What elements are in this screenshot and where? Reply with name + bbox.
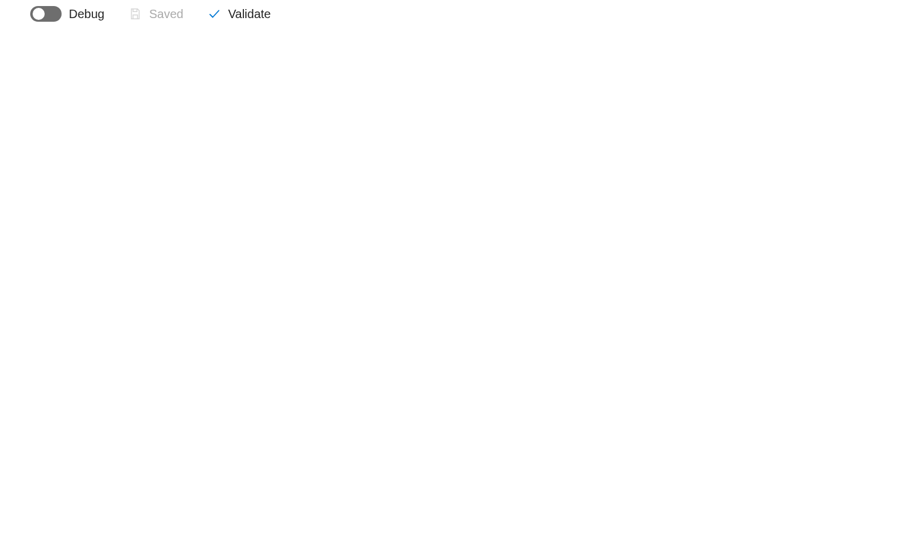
validate-label: Validate (228, 7, 271, 21)
check-icon (208, 7, 221, 21)
toolbar: Debug Saved Validate (0, 0, 924, 30)
debug-toggle[interactable]: Debug (30, 6, 104, 22)
saved-status: Saved (129, 7, 184, 21)
validate-button[interactable]: Validate (208, 7, 271, 21)
debug-label: Debug (69, 7, 104, 21)
save-icon (129, 7, 142, 21)
toggle-icon (30, 6, 62, 22)
saved-label: Saved (149, 7, 184, 21)
